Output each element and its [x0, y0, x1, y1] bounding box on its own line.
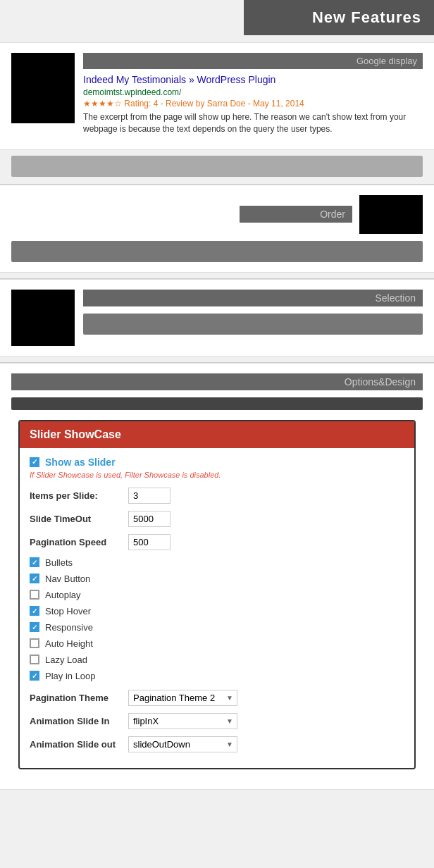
pagination-theme-label: Pagination Theme — [30, 693, 128, 703]
selection-right: Selection — [83, 290, 423, 346]
google-label-bar: Google display — [83, 53, 423, 69]
options-label: Options&Design — [345, 376, 416, 388]
order-thumbnail — [359, 195, 423, 234]
selection-thumbnail — [11, 290, 75, 346]
google-description: The excerpt from the page will show up h… — [83, 111, 423, 135]
pagination-theme-row: Pagination Theme Pagination Theme 1 Pagi… — [30, 690, 404, 706]
slider-note: If Slider Showcase is used, Filter Showc… — [30, 471, 404, 479]
animation-in-wrapper: flipInX fadeIn slideInLeft slideInRight — [128, 713, 237, 729]
google-preview: Google display Indeed My Testimonials » … — [83, 53, 423, 135]
order-label-bar: Order — [240, 206, 352, 223]
order-input-bar — [11, 241, 423, 262]
play-in-loop-label: Play in Loop — [45, 671, 96, 681]
stop-hover-checkbox[interactable] — [30, 606, 39, 616]
header-title: New Features — [312, 8, 421, 26]
auto-height-label: Auto Height — [45, 638, 93, 649]
nav-button-checkbox[interactable] — [30, 574, 39, 583]
slide-timeout-label: Slide TimeOut — [30, 514, 128, 524]
autoplay-row: Autoplay — [30, 590, 404, 600]
animation-in-label: Animation Slide In — [30, 716, 128, 726]
google-rating: ★★★★☆ Rating: 4 - Review by Sarra Doe - … — [83, 99, 423, 108]
order-label: Order — [320, 209, 345, 220]
pagination-speed-label: Pagination Speed — [30, 537, 128, 547]
items-per-slide-input[interactable] — [128, 488, 170, 504]
lazy-load-row: Lazy Load — [30, 655, 404, 665]
order-label-row: Order — [11, 195, 423, 234]
options-label-bar: Options&Design — [11, 373, 423, 390]
pagination-theme-wrapper: Pagination Theme 1 Pagination Theme 2 Pa… — [128, 690, 237, 706]
items-per-slide-label: Items per Slide: — [30, 490, 128, 501]
play-in-loop-checkbox[interactable] — [30, 671, 39, 681]
lazy-load-label: Lazy Load — [45, 655, 87, 665]
lazy-load-checkbox[interactable] — [30, 655, 39, 664]
responsive-label: Responsive — [45, 622, 93, 633]
show-as-slider-checkbox[interactable] — [30, 457, 39, 467]
nav-button-row: Nav Button — [30, 574, 404, 584]
slide-timeout-row: Slide TimeOut — [30, 511, 404, 527]
autoplay-checkbox[interactable] — [30, 590, 39, 600]
autoplay-label: Autoplay — [45, 590, 81, 600]
google-thumbnail — [11, 53, 75, 123]
options-section: Options&Design Slider ShowCase Show as S… — [0, 363, 434, 790]
animation-in-select[interactable]: flipInX fadeIn slideInLeft slideInRight — [128, 713, 237, 729]
gray-separator-bar — [11, 156, 423, 177]
show-as-slider-label[interactable]: Show as Slider — [45, 457, 116, 468]
responsive-checkbox[interactable] — [30, 622, 39, 632]
selection-label: Selection — [375, 292, 416, 304]
order-section: Order — [0, 185, 434, 273]
stop-hover-label: Stop Hover — [45, 606, 91, 616]
items-per-slide-row: Items per Slide: — [30, 488, 404, 504]
checkboxes-block: Bullets Nav Button Autoplay Stop Hover — [30, 557, 404, 681]
order-input-row — [11, 241, 423, 262]
google-label: Google display — [356, 56, 417, 66]
play-in-loop-row: Play in Loop — [30, 671, 404, 681]
showcase-card: Slider ShowCase Show as Slider If Slider… — [18, 420, 416, 769]
showcase-title: Slider ShowCase — [30, 428, 121, 440]
new-features-header: New Features — [244, 0, 434, 35]
pagination-theme-select[interactable]: Pagination Theme 1 Pagination Theme 2 Pa… — [128, 690, 237, 706]
auto-height-checkbox[interactable] — [30, 638, 39, 648]
auto-height-row: Auto Height — [30, 638, 404, 649]
show-as-slider-row: Show as Slider — [30, 457, 404, 468]
animation-out-wrapper: slideOutDown fadeOut slideOutLeft slideO… — [128, 736, 237, 752]
stop-hover-row: Stop Hover — [30, 606, 404, 616]
animation-out-select[interactable]: slideOutDown fadeOut slideOutLeft slideO… — [128, 736, 237, 752]
google-url: demoimtst.wpindeed.com/ — [83, 87, 423, 97]
bullets-row: Bullets — [30, 557, 404, 568]
bullets-label: Bullets — [45, 557, 73, 568]
animation-out-label: Animation Slide out — [30, 739, 128, 750]
selection-input-bar — [83, 314, 423, 335]
google-display-section: Google display Indeed My Testimonials » … — [0, 42, 434, 150]
showcase-header: Slider ShowCase — [20, 421, 414, 448]
selection-section: Selection — [0, 279, 434, 356]
showcase-body: Show as Slider If Slider Showcase is use… — [20, 448, 414, 768]
bullets-checkbox[interactable] — [30, 557, 39, 567]
responsive-row: Responsive — [30, 622, 404, 633]
pagination-speed-row: Pagination Speed — [30, 534, 404, 550]
nav-button-label: Nav Button — [45, 574, 90, 584]
slide-timeout-input[interactable] — [128, 511, 170, 527]
animation-in-row: Animation Slide In flipInX fadeIn slideI… — [30, 713, 404, 729]
options-dark-bar — [11, 397, 423, 410]
pagination-speed-input[interactable] — [128, 534, 170, 550]
selection-label-bar: Selection — [83, 290, 423, 306]
google-title-link[interactable]: Indeed My Testimonials » WordPress Plugi… — [83, 74, 275, 85]
animation-out-row: Animation Slide out slideOutDown fadeOut… — [30, 736, 404, 752]
